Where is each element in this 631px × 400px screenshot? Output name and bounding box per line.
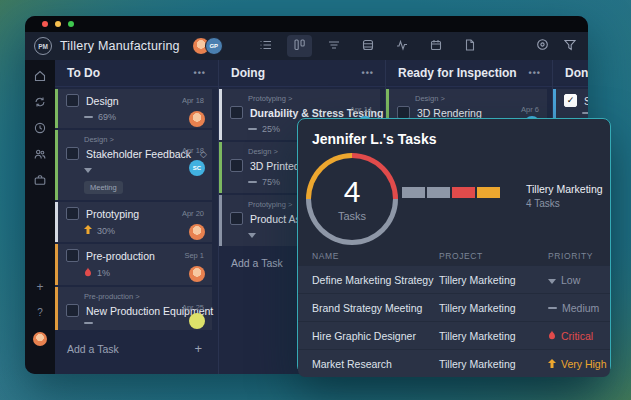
- priority-high-icon: [84, 225, 92, 236]
- tasks-table: NAME PROJECT PRIORITY Define Marketing S…: [298, 247, 610, 377]
- filter-view-button[interactable]: [321, 35, 346, 57]
- user-avatar[interactable]: [33, 332, 47, 346]
- help-icon[interactable]: ?: [25, 307, 55, 318]
- home-icon[interactable]: [34, 68, 46, 80]
- add-icon[interactable]: +: [25, 280, 55, 294]
- task-checkbox[interactable]: [66, 207, 79, 220]
- task-checkbox-checked[interactable]: ✓: [564, 94, 577, 107]
- due-date: Apr 14: [350, 105, 372, 114]
- task-priority: Medium: [548, 302, 610, 314]
- close-window-button[interactable]: [42, 21, 48, 27]
- column-menu-button[interactable]: •••: [529, 68, 541, 78]
- task-checkbox[interactable]: [66, 304, 79, 317]
- bar-segment-low: [402, 187, 425, 198]
- task-title: S: [584, 95, 588, 107]
- task-project: Tillery Marketing: [439, 274, 548, 286]
- task-project: Tillery Marketing: [439, 330, 548, 342]
- document-icon: [464, 37, 476, 55]
- due-date: Apr 20: [182, 209, 204, 218]
- task-card[interactable]: Pre-production 1% Sep 1: [55, 244, 212, 285]
- task-breadcrumb: Pre-production >: [84, 292, 204, 301]
- task-checkbox[interactable]: [66, 147, 79, 160]
- table-view-button[interactable]: [355, 35, 380, 57]
- priority-label: Low: [561, 274, 580, 286]
- priority-medium-icon: [248, 128, 257, 130]
- add-task-label: Add a Task: [231, 257, 283, 269]
- member-avatars[interactable]: GP: [192, 37, 223, 55]
- briefcase-icon[interactable]: [34, 172, 46, 184]
- task-checkbox[interactable]: [66, 249, 79, 262]
- team-icon[interactable]: [34, 146, 46, 158]
- priority-bar-chart: [402, 187, 500, 198]
- maximize-window-button[interactable]: [68, 21, 74, 27]
- table-row[interactable]: Hire Graphic Designer Tillery Marketing …: [298, 321, 610, 349]
- task-name: Brand Strategy Meeting: [312, 302, 439, 314]
- task-project: Tillery Marketing: [439, 358, 548, 370]
- task-breadcrumb: Design >: [415, 94, 539, 103]
- filter-lines-icon: [328, 37, 340, 55]
- task-progress: 30%: [97, 226, 115, 236]
- minimize-window-button[interactable]: [55, 21, 61, 27]
- assignee-avatar[interactable]: [189, 313, 205, 329]
- project-title: Tillery Manufacturing: [60, 39, 180, 53]
- task-priority: Very High: [548, 358, 610, 370]
- list-view-button[interactable]: [253, 35, 278, 57]
- tasks-donut-chart: 4 Tasks: [306, 153, 398, 245]
- column-menu-button[interactable]: •••: [194, 68, 206, 78]
- app-header: PM Tillery Manufacturing GP: [25, 32, 588, 61]
- task-progress: 25%: [262, 124, 280, 134]
- kanban-view-button[interactable]: [287, 35, 312, 57]
- assignee-avatar[interactable]: [189, 111, 205, 127]
- task-card[interactable]: Design > Stakeholder Feedback ◇ Meeting …: [55, 130, 212, 200]
- add-task-button[interactable]: Add a Task +: [55, 330, 218, 356]
- page-background: PM Tillery Manufacturing GP: [0, 0, 631, 400]
- legend-project-name: Tillery Marketing: [526, 183, 603, 195]
- document-view-button[interactable]: [457, 35, 482, 57]
- task-count-label: Tasks: [338, 210, 366, 222]
- view-toolbar: [253, 32, 482, 60]
- task-count: 4: [344, 177, 361, 207]
- table-row[interactable]: Market Research Tillery Marketing Very H…: [298, 349, 610, 377]
- kanban-icon: [294, 37, 306, 55]
- clock-icon[interactable]: [34, 120, 46, 132]
- header-right-actions: [536, 32, 576, 60]
- bar-segment-critical: [452, 187, 475, 198]
- priority-medium-icon: [248, 181, 257, 183]
- task-breadcrumb: Prototyping >: [248, 94, 372, 103]
- task-card[interactable]: Prototyping 30% Apr 20: [55, 202, 212, 242]
- assignee-avatar[interactable]: SC: [189, 160, 205, 176]
- task-card[interactable]: Pre-production > New Production Equipmen…: [55, 287, 212, 330]
- table-row[interactable]: Define Marketing Strategy Tillery Market…: [298, 265, 610, 293]
- task-checkbox[interactable]: [230, 159, 243, 172]
- assignee-avatar[interactable]: [189, 224, 205, 240]
- funnel-filter-button[interactable]: [564, 37, 576, 55]
- task-title: Stakeholder Feedback: [86, 148, 191, 160]
- task-card[interactable]: Design 69% Apr 18: [55, 89, 212, 128]
- sync-icon[interactable]: [34, 94, 46, 106]
- task-checkbox[interactable]: [230, 106, 243, 119]
- table-header-row: NAME PROJECT PRIORITY: [298, 247, 610, 265]
- calendar-view-button[interactable]: [423, 35, 448, 57]
- eye-button[interactable]: [536, 37, 549, 55]
- priority-low-icon: [248, 230, 256, 240]
- app-logo[interactable]: PM: [34, 37, 52, 55]
- list-icon: [260, 37, 272, 55]
- due-date: Apr 25: [182, 303, 204, 312]
- priority-medium-icon: [84, 322, 93, 324]
- task-title: 3D Rendering: [417, 107, 482, 119]
- window-titlebar: [25, 16, 588, 32]
- legend-task-count: 4 Tasks: [526, 198, 603, 209]
- column-title: Ready for Inspection: [398, 66, 517, 80]
- task-checkbox[interactable]: [230, 212, 243, 225]
- task-priority: Low: [548, 274, 610, 286]
- column-title: Done: [565, 66, 588, 80]
- activity-view-button[interactable]: [389, 35, 414, 57]
- meeting-tag: Meeting: [84, 181, 123, 194]
- assignee-avatar[interactable]: [189, 266, 205, 282]
- member-avatar[interactable]: GP: [205, 37, 223, 55]
- due-date: Apr 18: [182, 146, 204, 155]
- table-row[interactable]: Brand Strategy Meeting Tillery Marketing…: [298, 293, 610, 321]
- task-checkbox[interactable]: [66, 94, 79, 107]
- column-menu-button[interactable]: •••: [362, 68, 374, 78]
- task-card[interactable]: ✓ S: [553, 89, 588, 120]
